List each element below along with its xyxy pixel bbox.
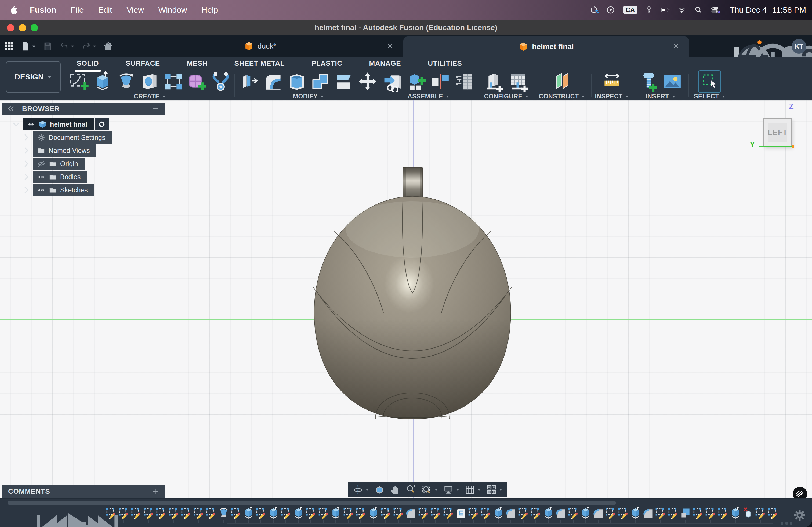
timeline-feature-extrude[interactable] — [630, 507, 641, 524]
tool-press-pull[interactable] — [239, 71, 260, 92]
timeline-feature-extrude[interactable] — [542, 507, 554, 524]
timeline-feature-sketch[interactable] — [193, 507, 205, 524]
tool-hole[interactable] — [139, 71, 160, 92]
apple-menu-icon[interactable] — [10, 5, 19, 15]
menu-help[interactable]: Help — [194, 5, 226, 15]
timeline-feature-sketch[interactable] — [118, 507, 130, 524]
group-label-assemble[interactable]: ASSEMBLE — [381, 93, 476, 100]
timeline-feature-extrude[interactable] — [367, 507, 379, 524]
chevron-right-icon[interactable] — [22, 186, 31, 194]
tool-insert-canvas[interactable] — [662, 71, 683, 92]
timeline-feature-sketch[interactable] — [168, 507, 180, 524]
group-label-insert[interactable]: INSERT — [635, 93, 686, 100]
group-label-create[interactable]: CREATE — [68, 93, 232, 100]
timeline-feature-sketch[interactable] — [717, 507, 729, 524]
file-new-button[interactable] — [20, 41, 36, 51]
menu-file[interactable]: File — [63, 5, 91, 15]
select-tool-button[interactable] — [698, 70, 721, 93]
timeline-feature-sketch[interactable] — [418, 507, 429, 524]
activate-component-badge[interactable] — [95, 118, 109, 131]
tool-motion-link[interactable] — [453, 71, 475, 92]
ribbon-tab-utilities[interactable]: UTILITIES — [428, 57, 462, 70]
close-tab-icon[interactable] — [387, 43, 394, 50]
chevron-right-icon[interactable] — [22, 146, 31, 155]
timeline-feature-sketch[interactable] — [318, 507, 330, 524]
ribbon-tab-sheet-metal[interactable]: SHEET METAL — [234, 57, 285, 70]
help-button[interactable] — [769, 41, 779, 51]
timeline-feature-fillet[interactable] — [555, 507, 567, 524]
feedback-badge[interactable] — [792, 486, 808, 498]
timeline-feature-sketch[interactable] — [567, 507, 579, 524]
timeline-feature-sketch[interactable] — [380, 507, 392, 524]
menu-edit[interactable]: Edit — [91, 5, 119, 15]
timeline-feature-fillet[interactable] — [405, 507, 417, 524]
timeline-feature-sketch[interactable] — [355, 507, 367, 524]
viewport-canvas[interactable]: LEFT Z Y BROWSER helmet finalDocument Se… — [0, 100, 812, 498]
timeline-feature-split-face[interactable] — [680, 507, 692, 524]
timeline-feature-extrude[interactable] — [492, 507, 504, 524]
timeline-feature-sketch[interactable] — [255, 507, 267, 524]
timeline-feature-sketch[interactable] — [343, 507, 354, 524]
timeline-feature-sketch[interactable] — [180, 507, 192, 524]
orbit-button[interactable] — [352, 484, 369, 495]
go-to-end-button[interactable] — [68, 507, 81, 520]
workspace-dropdown[interactable]: DESIGN — [6, 61, 61, 93]
browser-row-named-views[interactable]: Named Views — [2, 144, 165, 157]
timeline-feature-sketch[interactable] — [692, 507, 704, 524]
zoom-window-button[interactable] — [31, 24, 38, 31]
timeline-feature-extrude[interactable] — [293, 507, 305, 524]
chevron-right-icon[interactable] — [22, 160, 31, 168]
ribbon-tab-mesh[interactable]: MESH — [187, 57, 207, 70]
close-tab-icon[interactable] — [672, 43, 679, 50]
tool-insert-fastener[interactable] — [638, 71, 659, 92]
comments-panel[interactable]: COMMENTS — [2, 485, 165, 498]
timeline-feature-sketch[interactable] — [430, 507, 442, 524]
timeline-scrollbar[interactable] — [8, 501, 616, 505]
timeline-feature-sketch[interactable] — [467, 507, 479, 524]
group-label-configure[interactable]: CONFIGURE — [480, 93, 533, 100]
timeline-feature-sketch[interactable] — [280, 507, 292, 524]
timeline-feature-sketch[interactable] — [605, 507, 617, 524]
group-label-select[interactable]: SELECT — [687, 93, 733, 100]
wifi-icon[interactable] — [678, 6, 687, 14]
chevron-right-icon[interactable] — [22, 133, 31, 142]
group-label-construct[interactable]: CONSTRUCT — [535, 93, 589, 100]
timeline-feature-sketch[interactable] — [480, 507, 492, 524]
minimize-panel-icon[interactable] — [152, 105, 160, 113]
timeline-feature-sketch[interactable] — [393, 507, 404, 524]
control-center-icon[interactable] — [711, 6, 721, 14]
timeline-feature-sketch[interactable] — [755, 507, 766, 524]
go-to-start-button[interactable] — [6, 507, 19, 520]
tool-configuration-table[interactable] — [508, 71, 529, 92]
menu-view[interactable]: View — [119, 5, 151, 15]
timeline-feature-extrude[interactable] — [330, 507, 342, 524]
cloud-sync-icon[interactable] — [590, 6, 599, 14]
browser-row-origin[interactable]: Origin — [2, 157, 165, 170]
timeline-feature-extrude[interactable] — [729, 507, 741, 524]
display-settings-button[interactable] — [443, 484, 460, 495]
key-icon[interactable] — [644, 6, 654, 14]
tool-create-form[interactable] — [187, 71, 207, 92]
tool-generative-design[interactable] — [210, 71, 231, 92]
show-data-panel-button[interactable] — [4, 41, 14, 51]
tool-create-sketch[interactable] — [69, 71, 89, 92]
timeline-feature-sketch[interactable] — [705, 507, 716, 524]
add-comment-icon[interactable] — [151, 487, 159, 495]
timeline-feature-sketch[interactable] — [530, 507, 541, 524]
timeline-feature-sketch[interactable] — [767, 507, 779, 524]
group-label-modify[interactable]: MODIFY — [238, 93, 379, 100]
viewcube[interactable]: LEFT — [764, 118, 792, 147]
input-source-badge[interactable]: CA — [623, 6, 637, 14]
tool-split-body[interactable] — [334, 71, 354, 92]
fit-button[interactable] — [421, 484, 438, 495]
chevron-right-icon[interactable] — [22, 172, 31, 181]
home-view-button[interactable] — [103, 41, 113, 51]
viewcube-face-label[interactable]: LEFT — [768, 123, 787, 142]
timeline-feature-sketch[interactable] — [655, 507, 666, 524]
timeline-feature-error[interactable] — [742, 507, 754, 524]
timeline-feature-sketch[interactable] — [617, 507, 629, 524]
look-at-button[interactable] — [374, 484, 385, 495]
timeline-feature-sketch[interactable] — [230, 507, 242, 524]
recent-button[interactable] — [733, 41, 742, 51]
timeline-feature-sketch[interactable] — [205, 507, 217, 524]
